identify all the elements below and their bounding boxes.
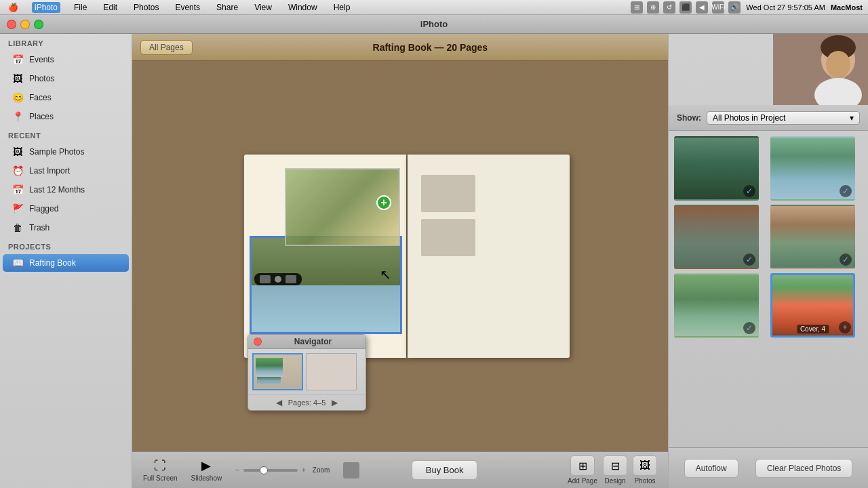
- menu-photos[interactable]: Photos: [131, 3, 161, 12]
- zoom-plus-icon[interactable]: +: [302, 466, 306, 474]
- placeholder-1: [421, 175, 475, 212]
- menu-events[interactable]: Events: [172, 3, 203, 12]
- minimize-button[interactable]: [20, 20, 30, 29]
- window-controls: [7, 20, 43, 29]
- sidebar-item-places[interactable]: 📍 Places: [3, 108, 129, 125]
- status-icon-1: ⊞: [631, 1, 643, 14]
- photo-grid: ✓ ✓ ✓ ✓ ✓ Cover, 4 +: [669, 131, 868, 447]
- photos-tool[interactable]: 🖼 Photos: [633, 455, 657, 485]
- photo-thumb-5[interactable]: ✓: [674, 273, 759, 338]
- status-icon-2: ⊕: [647, 1, 659, 14]
- events-icon: 📅: [11, 53, 24, 66]
- navigator-close-button[interactable]: [254, 338, 262, 346]
- status-icon-3: ↺: [663, 1, 675, 14]
- add-page-tool[interactable]: ⊞ Add Page: [568, 455, 597, 485]
- menu-iphoto[interactable]: iPhoto: [32, 2, 60, 13]
- menu-view[interactable]: View: [252, 3, 275, 12]
- sidebar-item-faces[interactable]: 😊 Faces: [3, 89, 129, 106]
- check-badge-2: ✓: [840, 185, 852, 197]
- photo-toolbar: [254, 273, 302, 285]
- buy-book-button[interactable]: Buy Book: [412, 460, 478, 480]
- maximize-button[interactable]: [34, 20, 43, 29]
- show-dropdown-value: All Photos in Project: [713, 113, 785, 123]
- wifi-icon: WiFi: [712, 1, 724, 14]
- design-label: Design: [604, 477, 625, 485]
- sidebar-item-photos[interactable]: 🖼 Photos: [3, 70, 129, 87]
- clear-placed-photos-button[interactable]: Clear Placed Photos: [755, 459, 852, 478]
- sidebar-item-label: Trash: [29, 223, 50, 232]
- photo-thumb-1[interactable]: ✓: [674, 136, 759, 201]
- zoom-fit-icon[interactable]: [343, 462, 359, 479]
- zoom-in-icon: [285, 275, 296, 283]
- sidebar-item-label: Events: [29, 55, 54, 64]
- book-page-left[interactable]: + ↖: [244, 155, 406, 358]
- menu-edit[interactable]: Edit: [100, 3, 120, 12]
- content-area: All Pages Rafting Book — 20 Pages +: [132, 34, 668, 488]
- design-icon: ⊟: [603, 455, 627, 476]
- apple-menu[interactable]: 🍎: [5, 3, 21, 12]
- menu-share[interactable]: Share: [214, 3, 241, 12]
- show-dropdown[interactable]: All Photos in Project ▾: [707, 111, 860, 125]
- autoflow-button[interactable]: Autoflow: [684, 459, 738, 478]
- menubar-status-icons: ⊞ ⊕ ↺ ⬛ ◀ WiFi 🔊: [631, 1, 741, 14]
- zoom-control: − + Zoom: [235, 466, 330, 474]
- sample-photos-icon: 🖼: [11, 145, 24, 159]
- sidebar-item-label: Places: [29, 112, 54, 121]
- menu-file[interactable]: File: [71, 3, 90, 12]
- all-pages-button[interactable]: All Pages: [140, 40, 193, 55]
- add-page-label: Add Page: [568, 477, 597, 485]
- sidebar-item-last-12-months[interactable]: 📅 Last 12 Months: [3, 181, 129, 199]
- photo-thumb-6[interactable]: Cover, 4 +: [770, 273, 855, 338]
- book-page-right[interactable]: [408, 155, 570, 358]
- sidebar-item-events[interactable]: 📅 Events: [3, 51, 129, 68]
- nav-pages-label: Pages: 4–5: [288, 399, 326, 407]
- dropdown-arrow-icon: ▾: [850, 113, 854, 123]
- design-tool[interactable]: ⊟ Design: [603, 455, 627, 485]
- fullscreen-tool[interactable]: ⛶ Full Screen: [143, 458, 178, 482]
- photo-cover-label: Cover, 4: [797, 325, 829, 333]
- slideshow-icon: ▶: [197, 458, 216, 473]
- photo-thumb-3[interactable]: ✓: [674, 205, 759, 269]
- webcam-view: [773, 34, 868, 105]
- main-layout: LIBRARY 📅 Events 🖼 Photos 😊 Faces 📍 Plac…: [0, 34, 868, 488]
- sidebar-item-sample-photos[interactable]: 🖼 Sample Photos: [3, 143, 129, 161]
- photo-thumb-4[interactable]: ✓: [770, 205, 855, 269]
- sidebar-item-label: Faces: [29, 93, 52, 102]
- nav-next-button[interactable]: ▶: [330, 397, 340, 408]
- rafting-book-icon: 📖: [11, 256, 24, 270]
- zoom-slider[interactable]: [243, 469, 298, 472]
- navigator-title: Navigator: [266, 337, 360, 346]
- window-title: iPhoto: [420, 19, 448, 29]
- sidebar: LIBRARY 📅 Events 🖼 Photos 😊 Faces 📍 Plac…: [0, 34, 132, 488]
- zoom-minus-icon[interactable]: −: [235, 466, 239, 474]
- webcam-face: [774, 34, 868, 105]
- add-photo-button[interactable]: +: [376, 195, 391, 210]
- close-button[interactable]: [7, 20, 16, 29]
- slideshow-tool[interactable]: ▶ Slideshow: [191, 458, 222, 482]
- menu-window[interactable]: Window: [285, 3, 320, 12]
- nav-prev-button[interactable]: ◀: [274, 397, 284, 408]
- navigator-thumb-active[interactable]: [252, 353, 303, 390]
- clock-display: Wed Oct 27 9:57:05 AM: [746, 3, 825, 12]
- sidebar-item-trash[interactable]: 🗑 Trash: [3, 219, 129, 237]
- photos-icon: 🖼: [11, 72, 24, 85]
- photo-thumb-2[interactable]: ✓: [770, 136, 855, 201]
- menu-help[interactable]: Help: [331, 3, 353, 12]
- sidebar-item-last-import[interactable]: ⏰ Last Import: [3, 162, 129, 180]
- book-title: Rafting Book — 20 Pages: [201, 42, 660, 53]
- sidebar-item-rafting-book[interactable]: 📖 Rafting Book: [3, 254, 129, 272]
- sidebar-item-label: Last 12 Months: [29, 185, 85, 195]
- sidebar-item-label: Sample Photos: [29, 147, 84, 157]
- zoom-out-icon: [260, 275, 271, 283]
- last-12-months-icon: 📅: [11, 183, 24, 197]
- faces-icon: 😊: [11, 91, 24, 104]
- webcam-person-svg: [774, 34, 868, 105]
- fullscreen-label: Full Screen: [143, 474, 178, 482]
- library-header: LIBRARY: [0, 34, 132, 50]
- navigator-footer: ◀ Pages: 4–5 ▶: [248, 394, 366, 410]
- sidebar-item-flagged[interactable]: 🚩 Flagged: [3, 200, 129, 218]
- machine-name: MacMost: [831, 3, 863, 12]
- placeholder-2: [421, 219, 475, 256]
- title-bar: iPhoto: [0, 15, 868, 34]
- navigator-thumb-right[interactable]: [306, 353, 357, 390]
